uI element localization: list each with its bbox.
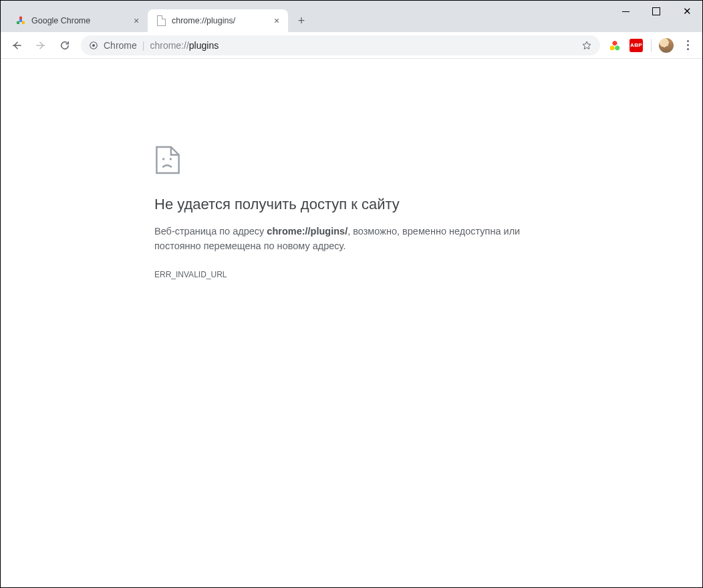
- chrome-origin-icon: [89, 41, 98, 50]
- sad-page-icon: [154, 146, 549, 177]
- extension-adblock-plus[interactable]: ABP: [627, 36, 646, 55]
- page-content: Не удается получить доступ к сайту Веб-с…: [1, 59, 702, 279]
- abp-icon: ABP: [629, 39, 643, 52]
- svg-rect-3: [170, 158, 172, 160]
- svg-point-1: [92, 43, 95, 46]
- page-icon: [156, 15, 166, 26]
- error-panel: Не удается получить доступ к сайту Веб-с…: [154, 146, 549, 279]
- window-controls: ✕: [610, 1, 702, 22]
- error-description: Веб-страница по адресу chrome://plugins/…: [154, 224, 549, 254]
- titlebar: Google Chrome × chrome://plugins/ × + ✕: [1, 1, 702, 32]
- chrome-menu-button[interactable]: [678, 36, 697, 55]
- reload-icon: [59, 39, 71, 51]
- forward-button[interactable]: [30, 35, 51, 56]
- toolbar: Chrome | chrome://plugins ABP: [1, 32, 702, 59]
- maximize-button[interactable]: [641, 1, 672, 22]
- close-tab-icon[interactable]: ×: [132, 16, 141, 25]
- chrome-logo-icon: [15, 15, 26, 26]
- svg-rect-2: [162, 158, 164, 160]
- error-title: Не удается получить доступ к сайту: [154, 196, 549, 213]
- tab-title: chrome://plugins/: [172, 16, 267, 25]
- tab-google-chrome[interactable]: Google Chrome ×: [7, 9, 148, 32]
- reload-button[interactable]: [54, 35, 76, 56]
- arrow-right-icon: [35, 39, 47, 51]
- close-window-button[interactable]: ✕: [672, 1, 702, 22]
- back-button[interactable]: [6, 35, 27, 56]
- new-tab-button[interactable]: +: [292, 11, 311, 30]
- yandex-icon: [609, 39, 621, 51]
- bookmark-star-icon[interactable]: [581, 40, 592, 51]
- avatar-icon: [659, 38, 674, 53]
- toolbar-separator: [651, 39, 652, 52]
- error-code: ERR_INVALID_URL: [154, 270, 549, 279]
- profile-avatar[interactable]: [657, 36, 676, 55]
- extension-yandex[interactable]: [605, 36, 624, 55]
- tab-strip: Google Chrome × chrome://plugins/ × +: [7, 1, 311, 32]
- omnibox-separator: |: [142, 40, 145, 51]
- origin-label: Chrome: [104, 40, 137, 51]
- omnibox-url: chrome://plugins: [150, 40, 219, 51]
- close-tab-icon[interactable]: ×: [272, 16, 281, 25]
- tab-chrome-plugins[interactable]: chrome://plugins/ ×: [148, 9, 288, 32]
- arrow-left-icon: [11, 39, 23, 51]
- address-bar[interactable]: Chrome | chrome://plugins: [81, 35, 600, 55]
- minimize-button[interactable]: [610, 1, 641, 22]
- tab-title: Google Chrome: [31, 16, 126, 25]
